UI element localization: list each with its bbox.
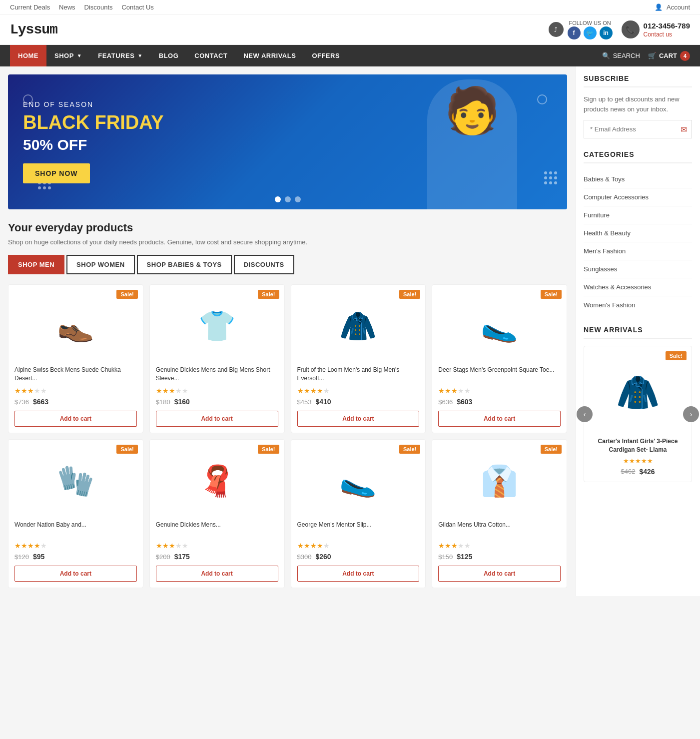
product-title-5: Genuine Dickies Mens... [156, 521, 278, 538]
add-to-cart-4[interactable]: Add to cart [14, 566, 137, 582]
category-furniture[interactable]: Furniture [584, 206, 692, 224]
navbar: HOME SHOP ▼ FEATURES ▼ BLOG CONTACT NEW … [0, 45, 700, 66]
account-link[interactable]: Account [667, 3, 690, 11]
nav-home[interactable]: HOME [10, 45, 46, 66]
filter-shop-babies[interactable]: SHOP BABIES & TOYS [137, 255, 232, 274]
add-to-cart-5[interactable]: Add to cart [156, 566, 278, 582]
price-new-5: $175 [174, 553, 190, 561]
product-title-7: Gildan Mens Ultra Cotton... [438, 521, 561, 538]
filter-shop-men[interactable]: SHOP MEN [8, 255, 64, 274]
contact-link[interactable]: Contact us [644, 31, 672, 38]
add-to-cart-6[interactable]: Add to cart [297, 566, 420, 582]
hero-end-season: END OF SEASON [23, 100, 164, 108]
account-icon: 👤 [655, 3, 663, 11]
category-health-beauty[interactable]: Health & Beauty [584, 224, 692, 242]
indicator-2[interactable] [285, 196, 291, 202]
hero-shop-now-button[interactable]: SHOP NOW [23, 163, 90, 183]
nav-shop[interactable]: SHOP ▼ [46, 45, 90, 66]
cart-count: 4 [680, 51, 690, 61]
carousel-prev-button[interactable]: ‹ [577, 406, 593, 422]
price-new-6: $260 [315, 553, 331, 561]
stars-5: ★★★★★ [156, 542, 278, 550]
cart-icon: 🛒 [648, 52, 656, 59]
product-title-3: Deer Stags Men's Greenpoint Square Toe..… [438, 366, 561, 383]
hero-text: END OF SEASON BLACK FRIDAY 50% OFF SHOP … [23, 100, 164, 183]
top-link-contact[interactable]: Contact Us [121, 3, 153, 11]
arrival-stars: ★★★★★ [590, 457, 686, 465]
price-new-4: $95 [33, 553, 44, 561]
hero-banner: END OF SEASON BLACK FRIDAY 50% OFF SHOP … [8, 74, 567, 209]
arrival-price-row: $462 $426 [590, 468, 686, 476]
section-subheading: Shop on huge collections of your daily n… [8, 238, 567, 246]
category-computer[interactable]: Computer Accessories [584, 188, 692, 206]
category-watches[interactable]: Watches & Accessories [584, 278, 692, 296]
add-to-cart-7[interactable]: Add to cart [438, 566, 561, 582]
product-title-1: Genuine Dickies Mens and Big Mens Short … [156, 366, 278, 383]
social-block: ⤴ FOLLOW US ON f 🐦 in [549, 19, 613, 39]
price-new-0: $663 [33, 398, 48, 406]
linkedin-icon[interactable]: in [600, 26, 613, 39]
nav-search[interactable]: 🔍 SEARCH [602, 52, 640, 59]
phone-info: 012-3456-789 Contact us [644, 21, 690, 38]
product-img-7: 👔 [438, 446, 561, 516]
stars-2: ★★★★★ [297, 387, 420, 395]
top-link-news[interactable]: News [59, 3, 75, 11]
price-new-1: $160 [174, 398, 190, 406]
subscribe-section: SUBSCRIBE Sign up to get discounts and n… [584, 74, 692, 138]
new-arrivals-title: NEW ARRIVALS [584, 326, 692, 339]
price-row-4: $120 $95 [14, 553, 137, 561]
phone-number: 012-3456-789 [644, 21, 690, 30]
price-row-0: $736 $663 [14, 398, 137, 406]
stars-0: ★★★★★ [14, 387, 137, 395]
product-img-2: 🧥 [297, 291, 420, 361]
follow-us-label: FOLLOW US ON [568, 19, 613, 26]
add-to-cart-2[interactable]: Add to cart [297, 411, 420, 427]
indicator-3[interactable] [295, 196, 301, 202]
products-section: Your everyday products Shop on huge coll… [8, 221, 567, 588]
email-input[interactable] [584, 120, 692, 138]
price-old-6: $300 [297, 553, 312, 561]
category-sunglasses[interactable]: Sunglasses [584, 260, 692, 278]
product-title-0: Alpine Swiss Beck Mens Suede Chukka Dese… [14, 366, 137, 383]
category-mens-fashion[interactable]: Men's Fashion [584, 242, 692, 260]
product-card-6: Sale! 🥿 George Men's Mentor Slip... ★★★★… [291, 439, 426, 588]
sale-badge-6: Sale! [399, 445, 420, 454]
cart-label: CART [659, 52, 677, 59]
top-link-deals[interactable]: Current Deals [10, 3, 50, 11]
indicator-1[interactable] [275, 196, 281, 202]
email-input-wrap: ✉ [584, 120, 692, 138]
product-img-4: 🧤 [14, 446, 137, 516]
top-link-discounts[interactable]: Discounts [84, 3, 113, 11]
price-row-1: $180 $160 [156, 398, 278, 406]
filter-discounts[interactable]: DISCOUNTS [234, 255, 294, 274]
price-row-2: $453 $410 [297, 398, 420, 406]
nav-cart[interactable]: 🛒 CART 4 [648, 51, 690, 61]
logo-text: Lyssum [10, 22, 57, 37]
share-icon[interactable]: ⤴ [549, 22, 564, 37]
carousel-next-button[interactable]: › [683, 406, 699, 422]
nav-blog[interactable]: BLOG [151, 45, 187, 66]
logo[interactable]: Lyssum [10, 22, 57, 37]
filter-shop-women[interactable]: SHOP WOMEN [66, 255, 135, 274]
nav-contact[interactable]: CONTACT [186, 45, 235, 66]
add-to-cart-1[interactable]: Add to cart [156, 411, 278, 427]
price-new-3: $603 [457, 398, 472, 406]
header: Lyssum ⤴ FOLLOW US ON f 🐦 in 📞 012-3456-… [0, 14, 700, 45]
hero-person: 🧑 [427, 74, 517, 209]
twitter-icon[interactable]: 🐦 [584, 26, 597, 39]
header-right: ⤴ FOLLOW US ON f 🐦 in 📞 012-3456-789 Con… [549, 19, 690, 39]
arrival-card: Sale! 🧥 Carter's Infant Girls' 3-Piece C… [584, 346, 692, 482]
stars-4: ★★★★★ [14, 542, 137, 550]
sidebar: SUBSCRIBE Sign up to get discounts and n… [575, 66, 700, 596]
nav-features[interactable]: FEATURES ▼ [90, 45, 151, 66]
phone-icon: 📞 [622, 20, 640, 38]
category-babies-toys[interactable]: Babies & Toys [584, 170, 692, 188]
add-to-cart-0[interactable]: Add to cart [14, 411, 137, 427]
filter-buttons: SHOP MEN SHOP WOMEN SHOP BABIES & TOYS D… [8, 255, 567, 274]
nav-new-arrivals[interactable]: NEW ARRIVALS [235, 45, 304, 66]
category-womens-fashion[interactable]: Women's Fashion [584, 296, 692, 314]
nav-offers[interactable]: OFFERS [304, 45, 348, 66]
phone-block: 📞 012-3456-789 Contact us [622, 20, 690, 38]
facebook-icon[interactable]: f [568, 26, 581, 39]
add-to-cart-3[interactable]: Add to cart [438, 411, 561, 427]
